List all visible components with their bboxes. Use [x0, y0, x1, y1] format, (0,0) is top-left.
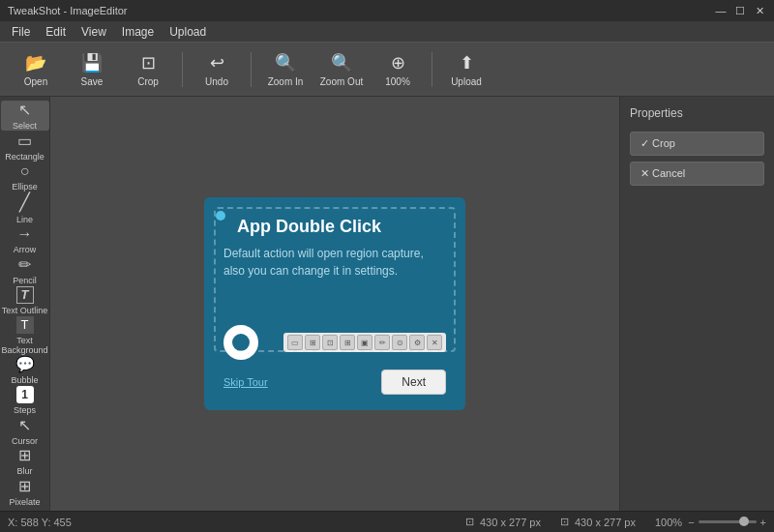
cursor-icon: ↖ [18, 416, 31, 434]
save-icon: 💾 [81, 52, 103, 74]
tool-bubble[interactable]: 💬 Bubble [1, 355, 49, 385]
skip-tour-button[interactable]: Skip Tour [223, 376, 268, 388]
zoom-out-icon: 🔍 [331, 52, 352, 74]
window-controls[interactable]: — ☐ ✕ [714, 4, 766, 17]
blur-icon: ⊞ [18, 446, 31, 464]
size-display-1: ⊡ 430 x 277 px [465, 516, 541, 528]
zoom-pct-icon: ⊕ [391, 52, 405, 74]
tour-mini-toolbar: ▭ ⊞ ⊡ ⊞ ▣ ✏ ⊙ ⚙ ✕ [283, 333, 446, 352]
arrow-icon: → [17, 225, 33, 243]
status-bar: X: 588 Y: 455 ⊡ 430 x 277 px ⊡ 430 x 277… [0, 511, 774, 532]
menu-image[interactable]: Image [114, 23, 162, 41]
main-area: ↖ Select ▭ Rectangle ○ Ellipse ╱ Line → … [0, 97, 774, 511]
tool-pencil[interactable]: ✏ Pencil [1, 255, 49, 285]
panel-buttons: ✓ Crop ✕ Cancel [630, 132, 764, 186]
minimize-button[interactable]: — [714, 4, 728, 17]
mini-btn-7: ⊙ [392, 335, 407, 350]
tool-arrow[interactable]: → Arrow [1, 224, 49, 254]
tool-rectangle[interactable]: ▭ Rectangle [1, 131, 49, 161]
size-display-2: ⊡ 430 x 277 px [560, 516, 636, 528]
bubble-icon: 💬 [15, 355, 35, 373]
zoom-minus-icon: − [688, 517, 694, 528]
menu-upload[interactable]: Upload [162, 23, 214, 41]
left-sidebar: ↖ Select ▭ Rectangle ○ Ellipse ╱ Line → … [0, 97, 50, 511]
crop-confirm-button[interactable]: ✓ Crop [630, 132, 764, 156]
separator-2 [251, 52, 252, 87]
zoom-track [699, 520, 757, 523]
pixelate-icon: ⊞ [18, 477, 31, 495]
crop-button[interactable]: ⊡ Crop [122, 46, 174, 93]
menu-bar: File Edit View Image Upload [0, 21, 774, 43]
size-icon-2: ⊡ [560, 516, 569, 528]
tour-circle-button[interactable] [223, 325, 258, 360]
tool-text-outline[interactable]: T Text Outline [1, 285, 49, 315]
separator-3 [432, 52, 432, 87]
zoom-plus-icon: + [760, 517, 766, 528]
open-icon: 📂 [25, 52, 46, 74]
mini-btn-5: ▣ [357, 335, 372, 350]
upload-button[interactable]: ⬆ Upload [440, 46, 492, 93]
save-button[interactable]: 💾 Save [66, 46, 118, 93]
zoom-level: 100% [655, 517, 682, 528]
tool-select[interactable]: ↖ Select [1, 101, 49, 131]
upload-icon: ⬆ [460, 52, 474, 74]
menu-file[interactable]: File [4, 23, 38, 41]
tour-dot-indicator [216, 211, 225, 221]
text-outline-icon: T [16, 286, 34, 304]
toolbar: 📂 Open 💾 Save ⊡ Crop ↩ Undo 🔍 Zoom In 🔍 … [0, 43, 774, 97]
undo-button[interactable]: ↩ Undo [191, 46, 243, 93]
rectangle-icon: ▭ [17, 132, 32, 150]
mini-btn-3: ⊡ [322, 335, 338, 350]
close-button[interactable]: ✕ [753, 4, 766, 17]
mini-btn-2: ⊞ [305, 335, 320, 350]
select-icon: ↖ [18, 101, 31, 119]
tool-pixelate[interactable]: ⊞ Pixelate [1, 477, 49, 507]
zoom-pct-button[interactable]: ⊕ 100% [372, 46, 424, 93]
tour-circle-inner [232, 334, 250, 351]
menu-edit[interactable]: Edit [38, 23, 74, 41]
tour-navigation: Skip Tour Next [223, 369, 446, 395]
steps-icon: 1 [16, 386, 34, 403]
mini-btn-6: ✏ [374, 335, 390, 350]
mini-btn-9: ✕ [427, 335, 442, 350]
tool-ellipse[interactable]: ○ Ellipse [1, 162, 49, 192]
right-panel: Properties ✓ Crop ✕ Cancel [619, 97, 774, 511]
app-title: TweakShot - ImageEditor [8, 5, 128, 16]
menu-view[interactable]: View [74, 23, 114, 41]
zoom-controls: 100% − + [655, 517, 766, 528]
undo-icon: ↩ [210, 52, 224, 74]
mini-btn-8: ⚙ [409, 335, 425, 350]
canvas-area: App Double Click Default action will ope… [50, 97, 619, 511]
tool-line[interactable]: ╱ Line [1, 192, 49, 224]
coords-display: X: 588 Y: 455 [8, 517, 446, 528]
mini-btn-1: ▭ [287, 335, 303, 350]
zoom-out-button[interactable]: 🔍 Zoom Out [315, 46, 368, 93]
tool-blur[interactable]: ⊞ Blur [1, 446, 49, 476]
pencil-icon: ✏ [18, 255, 31, 274]
ellipse-icon: ○ [20, 163, 30, 180]
open-button[interactable]: 📂 Open [10, 46, 62, 93]
tool-steps[interactable]: 1 Steps [1, 385, 49, 415]
tour-description: Default action will open region capture,… [223, 245, 446, 280]
crop-icon: ⊡ [141, 52, 156, 74]
tool-cursor[interactable]: ↖ Cursor [1, 416, 49, 446]
next-button[interactable]: Next [381, 369, 446, 395]
tool-text-bg[interactable]: T Text Background [1, 316, 49, 355]
zoom-slider[interactable]: − + [688, 517, 766, 528]
tour-bottom-row: ▭ ⊞ ⊡ ⊞ ▣ ✏ ⊙ ⚙ ✕ [223, 325, 446, 360]
zoom-in-button[interactable]: 🔍 Zoom In [259, 46, 312, 93]
cancel-button[interactable]: ✕ Cancel [630, 162, 764, 186]
tour-title: App Double Click [237, 217, 446, 237]
line-icon: ╱ [19, 192, 30, 213]
maximize-button[interactable]: ☐ [733, 4, 747, 17]
size-icon-1: ⊡ [465, 516, 474, 528]
separator-1 [182, 52, 183, 87]
text-bg-icon: T [16, 316, 34, 334]
mini-btn-4: ⊞ [340, 335, 355, 350]
zoom-thumb [739, 517, 749, 526]
title-bar: TweakShot - ImageEditor — ☐ ✕ [0, 0, 774, 21]
properties-title: Properties [630, 106, 764, 120]
tour-popup: App Double Click Default action will ope… [204, 197, 465, 410]
zoom-in-icon: 🔍 [275, 52, 296, 74]
